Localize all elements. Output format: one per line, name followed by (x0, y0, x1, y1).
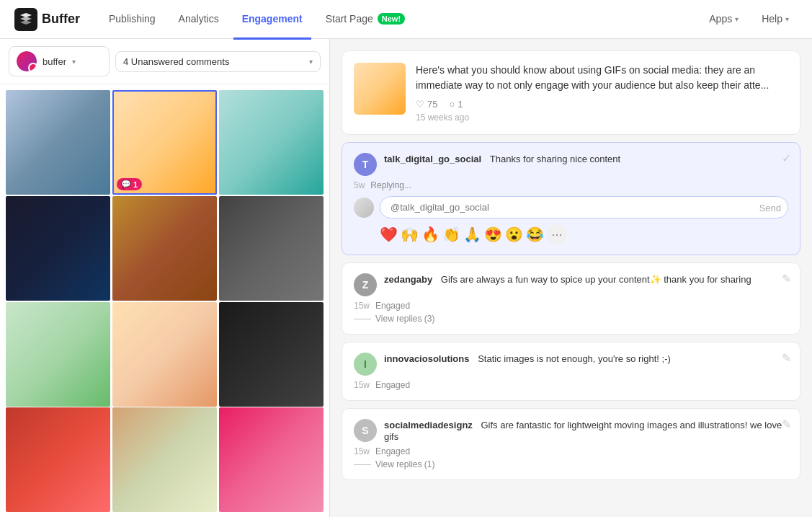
comment-username: talk_digital_go_social (384, 154, 481, 164)
engaged-badge: Engaged (375, 301, 410, 311)
comment-card-zedangaby: ✎ Z zedangaby Gifs are always a fun way … (342, 262, 800, 335)
comment-username: socialmediadesignz (384, 420, 473, 430)
nav-help[interactable]: Help ▾ (753, 1, 798, 40)
main-layout: buffer ▾ 4 Unanswered comments ▾ 💬1 (0, 39, 812, 517)
send-button[interactable]: Send (759, 202, 781, 213)
post-time: 15 weeks ago (416, 112, 788, 123)
nav-analytics[interactable]: Analytics (170, 1, 228, 40)
comment-card-highlighted: ✓ T talk_digital_go_social Thanks for sh… (342, 142, 800, 255)
grid-item[interactable] (219, 407, 324, 512)
reply-avatar (354, 198, 374, 218)
avatar: I (354, 353, 377, 376)
emoji-heart-eyes[interactable]: 😍 (484, 226, 502, 243)
comment-text: Static images is not enough, you're so r… (478, 353, 671, 364)
emoji-raise-hands[interactable]: 🙌 (401, 226, 419, 243)
emoji-fire[interactable]: 🔥 (421, 226, 440, 243)
emoji-clap[interactable]: 👏 (442, 226, 460, 243)
comment-username: innovaciosolutions (384, 353, 469, 364)
edit-icon[interactable]: ✎ (782, 272, 791, 286)
logo[interactable]: Buffer (14, 8, 80, 31)
heart-icon: ♡ (416, 99, 424, 110)
engaged-badge: Engaged (375, 380, 410, 390)
comment-footer: 15w Engaged (354, 380, 788, 390)
avatar: T (354, 153, 377, 176)
comment-footer: 15w Engaged (354, 301, 788, 311)
grid-item[interactable] (6, 196, 110, 301)
comment-body: socialmediadesignz Gifs are fantastic fo… (384, 419, 788, 442)
emoji-laugh[interactable]: 😂 (526, 226, 544, 243)
emoji-pray[interactable]: 🙏 (463, 226, 481, 243)
emoji-heart[interactable]: ❤️ (380, 226, 398, 243)
comment-filter-caret: ▾ (309, 58, 313, 66)
grid-item[interactable] (219, 90, 324, 195)
left-panel: buffer ▾ 4 Unanswered comments ▾ 💬1 (0, 39, 330, 517)
unanswered-count: 4 Unanswered comments (123, 56, 229, 67)
grid-item[interactable] (219, 302, 324, 407)
post-meta: ♡ 75 ○ 1 (416, 99, 788, 110)
reply-input[interactable] (380, 196, 788, 218)
nav-apps[interactable]: Apps ▾ (700, 1, 747, 40)
emoji-bar: ❤️ 🙌 🔥 👏 🙏 😍 😮 😂 ··· (354, 224, 788, 244)
account-selector[interactable]: buffer ▾ (9, 46, 110, 76)
nav-bar: Buffer Publishing Analytics Engagement S… (0, 0, 812, 39)
nav-publishing[interactable]: Publishing (100, 1, 164, 40)
comment-card-socialmediadesignz: ✎ S socialmediadesignz Gifs are fantasti… (342, 408, 800, 480)
edit-icon[interactable]: ✓ (782, 151, 791, 165)
view-replies-button[interactable]: —— View replies (1) (354, 459, 788, 469)
comment-body: talk_digital_go_social Thanks for sharin… (384, 153, 788, 164)
grid-item[interactable] (112, 407, 217, 512)
likes-stat: ♡ 75 (416, 99, 437, 110)
filter-bar: buffer ▾ 4 Unanswered comments ▾ (0, 39, 329, 84)
grid-item[interactable] (6, 302, 110, 407)
post-card: Here's what you should know about using … (342, 50, 800, 135)
comment-header: T talk_digital_go_social Thanks for shar… (354, 153, 788, 176)
apps-caret: ▾ (735, 15, 739, 23)
comment-time: 15w (354, 446, 370, 456)
help-caret: ▾ (785, 15, 789, 23)
comments-stat: ○ 1 (449, 99, 463, 110)
grid-item-selected[interactable]: 💬1 (112, 90, 217, 195)
post-thumbnail (354, 63, 406, 115)
reply-area: Send ❤️ 🙌 🔥 👏 🙏 😍 😮 😂 ··· (354, 196, 788, 244)
nav-start-page[interactable]: Start Page New! (317, 1, 414, 40)
comment-text: Thanks for sharing nice content (490, 154, 620, 164)
grid-item[interactable] (6, 407, 110, 512)
avatar: Z (354, 273, 377, 296)
svg-point-4 (30, 65, 36, 71)
comment-body: innovaciosolutions Static images is not … (384, 353, 788, 364)
reply-input-row: Send (354, 196, 788, 218)
comment-time: 5w (354, 180, 365, 190)
avatar: S (354, 419, 377, 442)
grid-item[interactable] (6, 90, 110, 195)
grid-item[interactable] (112, 196, 217, 301)
comment-header: S socialmediadesignz Gifs are fantastic … (354, 419, 788, 442)
edit-icon[interactable]: ✎ (782, 351, 791, 365)
image-grid: 💬1 (0, 84, 329, 517)
buffer-logo-icon (14, 8, 37, 31)
grid-item[interactable] (112, 302, 217, 407)
nav-engagement[interactable]: Engagement (233, 1, 311, 40)
engaged-badge: Engaged (375, 446, 410, 456)
grid-item[interactable] (219, 196, 324, 301)
comment-header: Z zedangaby Gifs are always a fun way to… (354, 273, 788, 296)
post-content: Here's what you should know about using … (416, 63, 788, 123)
comment-footer: 15w Engaged (354, 446, 788, 456)
comment-icon: ○ (449, 99, 455, 110)
comment-card-innovaciosolutions: ✎ I innovaciosolutions Static images is … (342, 342, 800, 401)
replying-label: Replying... (370, 180, 411, 190)
instagram-badge (28, 63, 37, 71)
emoji-wow[interactable]: 😮 (505, 226, 523, 243)
comment-body: zedangaby Gifs are always a fun way to s… (384, 273, 788, 285)
edit-icon[interactable]: ✎ (782, 417, 791, 431)
account-name: buffer (43, 56, 66, 67)
comment-time: 15w (354, 380, 370, 390)
post-text: Here's what you should know about using … (416, 63, 788, 93)
comment-badge: 💬1 (117, 178, 142, 190)
comment-time: 15w (354, 301, 370, 311)
comment-filter[interactable]: 4 Unanswered comments ▾ (115, 51, 321, 72)
emoji-more-button[interactable]: ··· (547, 224, 567, 244)
view-replies-button[interactable]: —— View replies (3) (354, 314, 788, 324)
reply-input-wrap: Send (380, 196, 788, 218)
comment-text: Gifs are always a fun way to spice up yo… (441, 274, 751, 285)
avatar (17, 51, 37, 71)
